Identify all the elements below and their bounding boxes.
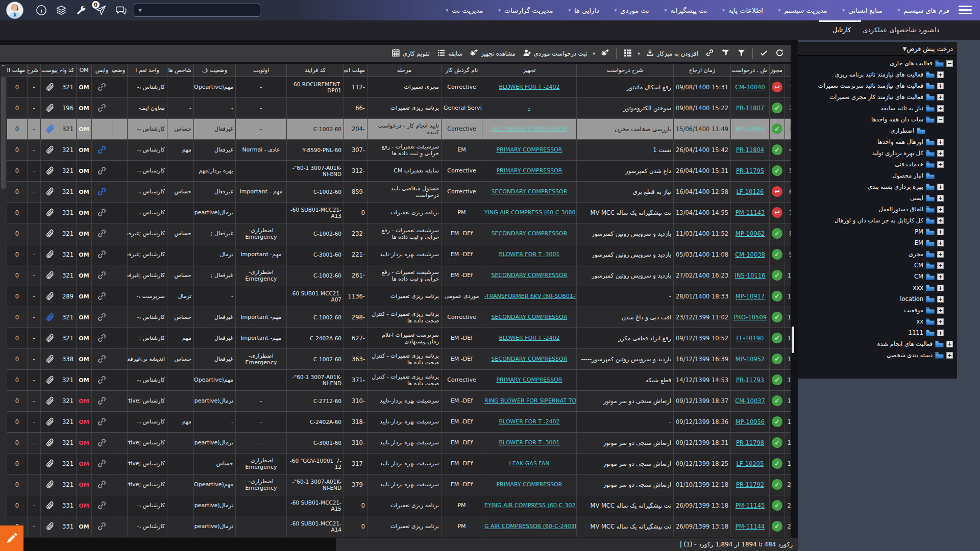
table-row[interactable]: 18✓PR-1179809/12/1399 18:31ارتعاش سنجی د… [7,432,791,453]
equipment-link[interactable]: SECONDARY COMPRESSOR [492,356,568,362]
wrench-icon[interactable] [76,5,87,16]
chain-icon[interactable] [97,376,107,383]
expand-icon[interactable]: + [937,330,944,336]
equipment-link[interactable]: BLOWER FOR T -2402 [499,418,559,425]
tree-node[interactable]: +EM [798,237,957,248]
chain-icon[interactable] [97,418,107,425]
expand-icon[interactable]: + [937,184,944,190]
chain-icon[interactable] [97,146,107,153]
menu-item-2[interactable]: منابع انسانی▾ [842,7,882,14]
table-row[interactable]: 10✓INS-1011627/02/1400 16:23بازدید و سرو… [7,265,791,286]
paperclip-icon[interactable] [45,104,55,111]
equipment-link[interactable]: PRIMARY COMPRESSOR [496,167,562,174]
request-number-link[interactable]: MP-10956 [736,418,765,425]
expand-icon[interactable]: + [937,229,944,235]
column-header[interactable]: شاخص ها [167,64,194,77]
column-header[interactable]: واحد تعم ا [128,64,167,77]
column-header[interactable]: ش . درخواست [731,64,770,77]
table-row[interactable]: 3✓MP-1096315/06/1400 11:49بازرسی ضخامت م… [7,118,791,139]
hamburger-icon[interactable] [959,6,972,15]
menu-item-7[interactable]: دارایی ها▾ [568,7,599,14]
equipment-link[interactable]: EYING AIR COMPRESS (60-C-3021-M01) [484,502,577,509]
toolbar-link-button[interactable] [703,47,717,60]
expand-icon[interactable]: + [937,150,944,157]
expand-icon[interactable]: + [937,217,944,224]
equipment-link[interactable]: SECONDARY COMPRESSOR [492,188,568,195]
table-row[interactable]: 17✓MP-1095609/12/1399 18:36-BLOWER FOR T… [7,411,791,432]
chain-icon[interactable] [97,313,107,320]
request-number-link[interactable]: MP-10963 [736,126,765,133]
toolbar-funnel-button[interactable] [734,47,748,60]
tree-node[interactable]: +فعالیت های انجام شده [798,338,957,349]
toolbar-person-plus-button[interactable]: ثبت درخواست موردی [520,47,590,60]
paperclip-icon[interactable] [45,125,55,132]
tree-node[interactable]: +PM [798,226,957,237]
search-dropdown-icon[interactable]: ▼ [138,8,142,13]
toolbar-calendar-button[interactable]: تقویم کاری [389,47,432,60]
expand-icon[interactable]: + [937,273,944,280]
send-icon[interactable]: 0 [95,5,107,16]
tree-node[interactable]: +کل کارتابل به جز شات دان و اورهال [798,215,957,226]
column-header[interactable]: مهلت انجـ [344,64,368,77]
menu-item-4[interactable]: اطلاعات پایه▾ [722,7,763,14]
column-header[interactable]: شرح تعمی [28,64,41,77]
chain-icon[interactable] [97,104,107,111]
tree-node[interactable]: +CM [798,271,957,282]
paperclip-icon[interactable] [45,271,55,279]
user-avatar[interactable] [6,2,23,19]
column-header[interactable]: مرحله [368,64,442,77]
equipment-link[interactable]: BLOWER FOR T -3001 [499,439,559,446]
table-row[interactable]: 16✓CM-1003709/12/1399 18:37ارتعاش سنجی د… [7,390,791,411]
expand-icon[interactable]: + [937,251,944,258]
menu-item-5[interactable]: نت پیشگیرانه▾ [665,7,707,14]
column-header[interactable]: کد واحد ت [60,64,77,77]
toolbar-dropdown-icon[interactable]: ▾ [592,51,597,56]
paperclip-icon[interactable] [45,334,55,341]
request-number-link[interactable]: PM-11144 [736,523,765,530]
equipment-link[interactable]: BLOWER FOR T -2402 [499,335,559,341]
tree-node[interactable]: +فعالیت های نیازمند تائید سرپرست تعمیرات [798,80,957,91]
table-row[interactable]: 8✓MP-1096211/03/1400 11:52بازدید و سرویس… [7,223,791,244]
expand-icon[interactable]: + [937,83,944,89]
chain-icon[interactable] [97,125,107,132]
tree-node[interactable]: +xxx [798,282,957,293]
equipment-link[interactable]: -TRANSFORMER 6KV (60-SUB01-TR21A) [484,293,577,299]
request-number-link[interactable]: CM-10037 [735,397,765,405]
paperclip-icon[interactable] [45,230,55,237]
info-icon[interactable] [36,5,47,16]
tree-node[interactable]: +فعالیت های نیازمند تائید برنامه ریزی [798,69,957,80]
paperclip-icon[interactable] [45,167,55,174]
request-number-link[interactable]: PR-11795 [736,167,764,174]
request-number-link[interactable]: MP-10962 [736,230,765,237]
equipment-link[interactable]: RING BLOWER FOR SIPERNAT TO T -2702 [484,397,577,404]
chain-icon[interactable] [97,522,107,530]
table-row[interactable]: 9✓CM-1003805/03/1400 11:08بازدید و سرویس… [7,244,791,265]
tree-node[interactable]: −فعالیت های جاری [798,58,957,69]
request-number-link[interactable]: PM-11143 [736,209,765,216]
search-input[interactable] [142,7,260,14]
request-number-link[interactable]: LF-10126 [737,188,764,195]
paperclip-icon[interactable] [45,146,55,153]
table-row[interactable]: 21✓PM-1114526/09/1399 13:18نت پیشگیرانه … [7,495,791,516]
paperclip-icon[interactable] [45,460,55,467]
equipment-link[interactable]: YING AIR COMPRESS (60-C-3080A-M01) [484,209,577,216]
tree-node[interactable]: انبار محصول [798,170,957,181]
expand-icon[interactable]: + [937,240,944,246]
tree-node[interactable]: اضطراری [798,125,957,136]
chain-icon[interactable] [97,271,107,279]
column-header[interactable] [785,64,791,77]
expand-icon[interactable]: + [937,139,944,145]
column-header[interactable]: وضعیت ا [112,64,128,77]
tree-node[interactable]: +موقعیت [798,305,957,316]
scrollbar-thumb[interactable] [1,77,6,189]
paperclip-icon[interactable] [45,439,55,446]
equipment-link[interactable]: LEAK GAS FAN [509,460,550,467]
table-row[interactable]: 19✓LF-1020509/12/1399 18:25ارتعاش سنجی د… [7,453,791,474]
request-number-link[interactable]: PM-11145 [736,502,765,509]
tree-node[interactable]: +1111 [798,327,957,338]
column-header[interactable]: زمان ارجاع [674,64,731,77]
table-row[interactable]: 1↩CM-1004009/08/1400 15:31رفع اشکال مانی… [7,77,791,97]
table-row[interactable]: 11✓MP-1091728/01/1400 18:33--TRANSFORMER… [7,286,791,307]
request-number-link[interactable]: PR-11793 [736,377,764,384]
tree-node[interactable]: +کل بهره برداری تولید [798,147,957,159]
